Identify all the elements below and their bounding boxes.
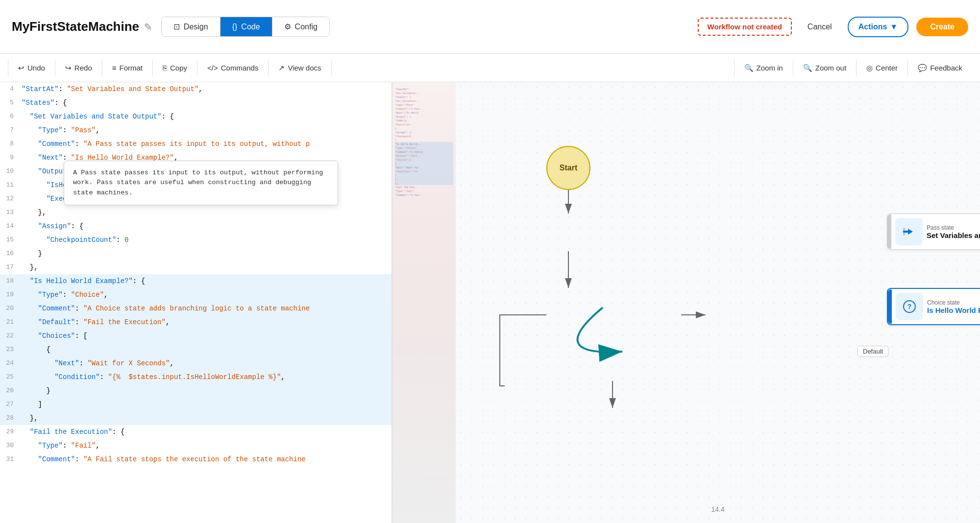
center-icon: ◎: [866, 64, 873, 72]
choice-state-icon-wrap: ?: [896, 293, 923, 320]
center-button[interactable]: ◎ Center: [857, 60, 908, 76]
node-choice-state[interactable]: ? Choice state Is Hello World Example?: [887, 288, 980, 325]
undo-icon: ↩: [18, 64, 24, 72]
code-line: 6 "Set Variables and State Output": {: [0, 110, 392, 123]
viewdocs-button[interactable]: ↗ View docs: [269, 60, 331, 76]
toolbar-right: 🔍 Zoom in 🔍 Zoom out ◎ Center 💬 Feedback: [734, 60, 972, 76]
format-button[interactable]: ≡ Format: [102, 60, 153, 76]
code-lines: 4 "StartAt": "Set Variables and State Ou…: [0, 82, 392, 466]
commands-icon: </>: [207, 64, 218, 72]
svg-text:?: ?: [907, 303, 912, 310]
zoom-in-icon: 🔍: [744, 64, 754, 72]
commands-button[interactable]: </> Commands: [197, 60, 269, 76]
code-line-highlighted: 28 },: [0, 411, 392, 425]
node-bar: [888, 289, 892, 324]
tab-group: ⊡ Design {} Code ⚙ Config: [161, 17, 330, 37]
node-text: Choice state Is Hello World Example?: [927, 295, 980, 318]
code-line-highlighted: 27 ]: [0, 398, 392, 411]
main-area: 4 "StartAt": "Set Variables and State Ou…: [0, 82, 980, 523]
pass-state-icon: [901, 224, 917, 239]
chevron-down-icon: ▼: [890, 23, 898, 31]
code-line: 7 "Type": "Pass",: [0, 123, 392, 137]
code-line: 4 "StartAt": "Set Variables and State Ou…: [0, 82, 392, 96]
zoom-out-icon: 🔍: [803, 64, 812, 72]
code-line-highlighted: 24 "Next": "Wait for X Seconds",: [0, 357, 392, 370]
app-title: MyFirstStateMachine: [12, 19, 139, 34]
code-line: 17 },: [0, 261, 392, 274]
tab-design[interactable]: ⊡ Design: [162, 17, 220, 36]
code-line-highlighted: 26 }: [0, 384, 392, 398]
actions-button[interactable]: Actions ▼: [848, 17, 909, 37]
code-editor[interactable]: 4 "StartAt": "Set Variables and State Ou…: [0, 82, 392, 523]
toolbar: ↩ Undo ↪ Redo ≡ Format ⎘ Copy </> Comman…: [0, 54, 980, 82]
code-line: 29 "Fail the Execution": {: [0, 425, 392, 439]
choice-state-icon: ?: [902, 299, 917, 314]
cancel-button[interactable]: Cancel: [800, 19, 840, 35]
code-tab-icon: {}: [232, 23, 238, 31]
copy-icon: ⎘: [163, 64, 167, 72]
feedback-button[interactable]: 💬 Feedback: [908, 60, 972, 76]
code-line: 30 "Type": "Fail",: [0, 439, 392, 452]
code-line: 16 }: [0, 247, 392, 261]
zoom-indicator: 14.4: [711, 505, 724, 513]
workflow-error-badge: Workflow not created: [698, 18, 792, 36]
redo-icon: ↪: [65, 64, 72, 72]
tab-config[interactable]: ⚙ Config: [272, 17, 329, 36]
svg-marker-1: [908, 229, 913, 235]
node-text: Pass state Set Variables and State Outpu…: [927, 220, 980, 243]
code-line-highlighted: 18 "Is Hello World Example?": {: [0, 274, 392, 288]
zoom-in-button[interactable]: 🔍 Zoom in: [734, 60, 793, 76]
code-line: 15 "CheckpointCount": 0: [0, 233, 392, 247]
default-label: Default: [858, 346, 888, 357]
code-line-highlighted: 21 "Default": "Fail the Execution",: [0, 315, 392, 329]
code-line-highlighted: 22 "Choices": [: [0, 329, 392, 343]
code-line: 8 "Comment": "A Pass state passes its in…: [0, 137, 392, 151]
diagram-area: Start Pass state Set Variables and State…: [456, 82, 980, 523]
code-line: 31 "Comment": "A Fail state stops the ex…: [0, 452, 392, 466]
pass-state-icon-wrap: [895, 218, 923, 245]
code-line: 13 },: [0, 206, 392, 219]
undo-button[interactable]: ↩ Undo: [8, 60, 55, 76]
header: MyFirstStateMachine ✎ ⊡ Design {} Code ⚙…: [0, 0, 980, 54]
code-line-highlighted: 23 {: [0, 343, 392, 357]
tooltip-box: A Pass state passes its input to its out…: [64, 161, 338, 205]
start-node: Start: [546, 146, 590, 190]
code-line-highlighted: 25 "Condition": "{% $states.input.IsHell…: [0, 370, 392, 384]
header-actions: Workflow not created Cancel Actions ▼ Cr…: [698, 17, 968, 37]
edit-icon[interactable]: ✎: [144, 21, 152, 33]
code-line-highlighted: 20 "Comment": "A Choice state adds branc…: [0, 302, 392, 315]
code-line: 5 "States": {: [0, 96, 392, 110]
code-line-highlighted: 19 "Type": "Choice",: [0, 288, 392, 302]
tab-code[interactable]: {} Code: [220, 17, 272, 36]
zoom-out-button[interactable]: 🔍 Zoom out: [793, 60, 857, 76]
diagram-inner: Start Pass state Set Variables and State…: [456, 82, 980, 523]
feedback-icon: 💬: [918, 64, 927, 72]
design-tab-icon: ⊡: [173, 22, 180, 31]
config-tab-icon: ⚙: [284, 22, 291, 31]
code-line: 14 "Assign": {: [0, 219, 392, 233]
create-button[interactable]: Create: [916, 18, 968, 36]
format-icon: ≡: [112, 64, 117, 72]
viewdocs-icon: ↗: [278, 64, 285, 72]
svg-rect-2: [903, 228, 905, 236]
node-bar: [887, 214, 891, 249]
node-pass-state[interactable]: Pass state Set Variables and State Outpu…: [887, 214, 980, 250]
redo-button[interactable]: ↪ Redo: [55, 60, 102, 76]
mini-preview-panel: "StartAt": "Set Variables... "States": {…: [392, 82, 456, 523]
copy-button[interactable]: ⎘ Copy: [153, 60, 197, 76]
